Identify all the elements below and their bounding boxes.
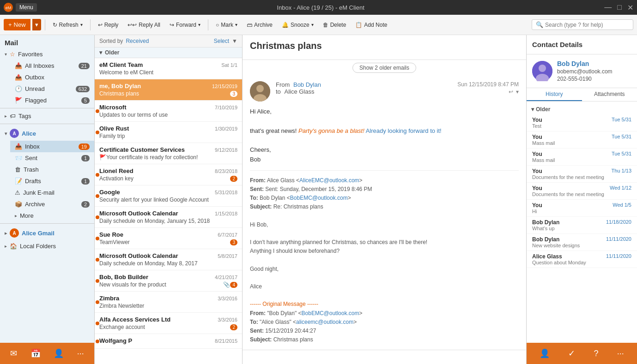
collapse-icon: ▾: [99, 49, 102, 56]
mail-nav-button[interactable]: ✉: [6, 346, 21, 360]
close-button[interactable]: ✕: [627, 3, 633, 12]
email-item-row1: Microsoft Outlook Calendar 1/15/2018: [99, 210, 237, 217]
menu-button[interactable]: Menu: [16, 3, 37, 12]
new-dropdown-button[interactable]: ▾: [32, 19, 41, 30]
bob-email-link-2[interactable]: BobEMC@outlook.com: [302, 310, 359, 316]
history-item[interactable]: You Wed 1/12 Documents for the next meet…: [527, 183, 637, 200]
sidebar-item-trash[interactable]: 🗑 Trash: [10, 164, 94, 175]
email-list-item[interactable]: me, Bob Dylan 12/15/2019 Christmas plans…: [95, 79, 242, 101]
email-subject: Daily schedule on Monday, May 8, 2017: [99, 260, 198, 267]
history-item[interactable]: Bob Dylan 11/18/2020 What's up: [527, 217, 637, 234]
email-sender: Sue Roe: [99, 231, 123, 238]
email-list-item[interactable]: Alfa Access Services Ltd 3/3/2016 Exchan…: [95, 313, 242, 334]
titlebar: eM Menu Inbox - Alice (19 / 25) - eM Cli…: [0, 0, 637, 15]
refresh-button[interactable]: ↻ Refresh ▾: [49, 19, 86, 30]
bob-email-link[interactable]: BobEMC@outlook.com: [290, 195, 348, 201]
email-list-item[interactable]: Microsoft Outlook Calendar 5/8/2017 Dail…: [95, 249, 242, 270]
new-button[interactable]: + New: [4, 19, 30, 30]
outbox-label: Outbox: [25, 74, 44, 81]
sidebar-item-favorites[interactable]: ▾ ☆ Favorites: [0, 48, 94, 60]
sidebar-item-all-inboxes[interactable]: 📥 All Inboxes 21: [10, 60, 94, 72]
quoted-subject: Subject: Re: Christmas plans: [250, 203, 519, 211]
email-pane-scroll[interactable]: Show 2 older emails From Bob Dyl: [243, 60, 526, 364]
contact-person-button[interactable]: 👤: [536, 346, 553, 360]
archive-button[interactable]: 🗃 Archive: [243, 19, 276, 30]
alice-email-link-2[interactable]: aliceemc@outlook.com: [296, 319, 353, 325]
contact-name[interactable]: Bob Dylan: [557, 60, 613, 67]
history-item[interactable]: Bob Dylan 11/11/2020 New website designs: [527, 234, 637, 251]
sidebar-item-local-folders[interactable]: ▸ 🏠 Local Folders: [0, 240, 94, 252]
all-inboxes-badge: 21: [79, 63, 90, 69]
history-item[interactable]: You Tue 5/31 Mass mail: [527, 131, 637, 149]
mark-button[interactable]: ○ Mark ▾: [212, 19, 241, 30]
history-item-row: You Thu 1/13: [532, 168, 631, 174]
email-subject: Exchange account: [99, 324, 145, 330]
forward-button[interactable]: ↪ Forward ▾: [166, 19, 204, 30]
email-list-item[interactable]: Lionel Reed 8/23/2018 Activation key 2: [95, 164, 242, 185]
delete-button[interactable]: 🗑 Delete: [319, 19, 350, 30]
unread-dot: [96, 109, 99, 113]
archive-label: Archive: [254, 22, 273, 28]
history-item[interactable]: You Wed 1/5 Hi: [527, 200, 637, 217]
email-list-item[interactable]: Microsoft Outlook Calendar 1/15/2018 Dai…: [95, 207, 242, 228]
tab-attachments[interactable]: Attachments: [582, 88, 637, 101]
search-input[interactable]: [545, 22, 629, 28]
calendar-nav-button[interactable]: 📅: [27, 346, 44, 360]
sidebar-item-more[interactable]: ▸ More: [10, 210, 94, 221]
email-list-item[interactable]: Zimbra 3/3/2016 Zimbra Newsletter: [95, 292, 242, 313]
contact-history[interactable]: ▾ Older You Tue 5/31 Test You Tue 5/31 M…: [527, 101, 637, 343]
chevron-right-icon-2: ▸: [15, 213, 17, 218]
sidebar-item-unread[interactable]: 🕐 Unread 632: [10, 83, 94, 95]
sidebar-item-junk[interactable]: ⚠ Junk E-mail: [10, 187, 94, 198]
email-list-item[interactable]: Sue Roe 6/7/2017 TeamViewer 3: [95, 228, 242, 249]
sidebar-item-drafts[interactable]: 📝 Drafts 1: [10, 175, 94, 187]
contacts-nav-button[interactable]: 👤: [50, 346, 67, 360]
email-list-item[interactable]: Microsoft 7/10/2019 Updates to our terms…: [95, 101, 242, 122]
sidebar-alice-account[interactable]: ▾ A Alice: [0, 126, 94, 141]
add-note-button[interactable]: 📋 Add Note: [352, 19, 391, 30]
expand-icon[interactable]: ▾: [516, 89, 519, 95]
email-meta-icons: 2: [230, 323, 237, 330]
contact-more-button[interactable]: ···: [613, 347, 628, 360]
sidebar-item-inbox[interactable]: 📥 Inbox 19: [10, 141, 94, 152]
alice-email-link[interactable]: AliceEMC@outlook.com: [299, 177, 359, 184]
minimize-button[interactable]: —: [604, 3, 612, 12]
reply-all-button[interactable]: ↩↩ Reply All: [124, 19, 164, 30]
sidebar-item-tags[interactable]: ▸ 🏷 Tags: [0, 110, 94, 122]
contact-check-button[interactable]: ✓: [564, 346, 579, 360]
history-item[interactable]: Alice Glass 11/11/2020 Question about Mo…: [527, 251, 637, 268]
sender-name[interactable]: Bob Dylan: [293, 81, 321, 88]
reply-arrow-icon[interactable]: ↩: [509, 89, 513, 95]
email-list-item[interactable]: Google 5/31/2018 Security alert for your…: [95, 185, 242, 207]
history-item[interactable]: You Tue 5/31 Mass mail: [527, 149, 637, 166]
unread-dot: [96, 300, 99, 304]
filter-icon[interactable]: ▼: [232, 38, 237, 44]
email-list-scroll[interactable]: ▾ Older eM Client Team Sat 1/1 Welcome t…: [95, 48, 242, 364]
show-older-button[interactable]: Show 2 older emails: [352, 63, 416, 73]
maximize-button[interactable]: □: [617, 3, 622, 12]
history-item[interactable]: You Thu 1/13 Documents for the next meet…: [527, 166, 637, 183]
email-list-item[interactable]: eM Client Team Sat 1/1 Welcome to eM Cli…: [95, 58, 242, 79]
sidebar-item-outbox[interactable]: 📤 Outbox: [10, 72, 94, 83]
contact-help-button[interactable]: ?: [590, 347, 602, 360]
reply-all-label: Reply All: [139, 22, 160, 28]
sidebar-item-archive[interactable]: 📦 Archive 2: [10, 198, 94, 210]
sidebar-item-sent[interactable]: 📨 Sent 1: [10, 152, 94, 164]
show-older-emails[interactable]: Show 2 older emails: [243, 63, 526, 73]
sidebar-item-flagged[interactable]: 🚩 Flagged 5: [10, 95, 94, 106]
email-list-item[interactable]: Wolfgang P 8/21/2015: [95, 334, 242, 349]
svg-text:eM: eM: [6, 6, 12, 10]
email-list-item[interactable]: Olive Rust 1/30/2019 Family trip: [95, 122, 242, 143]
more-nav-button[interactable]: ···: [73, 347, 88, 360]
search-box[interactable]: 🔍: [532, 19, 633, 30]
select-link[interactable]: Select: [214, 38, 229, 44]
snooze-button[interactable]: 🔔 Snooze ▾: [278, 19, 317, 30]
sorted-field[interactable]: Received: [126, 38, 149, 44]
email-list-item[interactable]: Certificate Customer Services 9/12/2018 …: [95, 143, 242, 164]
history-item[interactable]: You Tue 5/31 Test: [527, 114, 637, 131]
sidebar-alice-gmail[interactable]: ▸ A Alice Gmail: [0, 226, 94, 240]
tab-history[interactable]: History: [527, 88, 582, 101]
email-list-item[interactable]: Bob, Bob Builder 4/21/2017 New visuals f…: [95, 270, 242, 292]
reply-button[interactable]: ↩ Reply: [94, 19, 122, 30]
email-sender: Olive Rust: [99, 125, 129, 132]
